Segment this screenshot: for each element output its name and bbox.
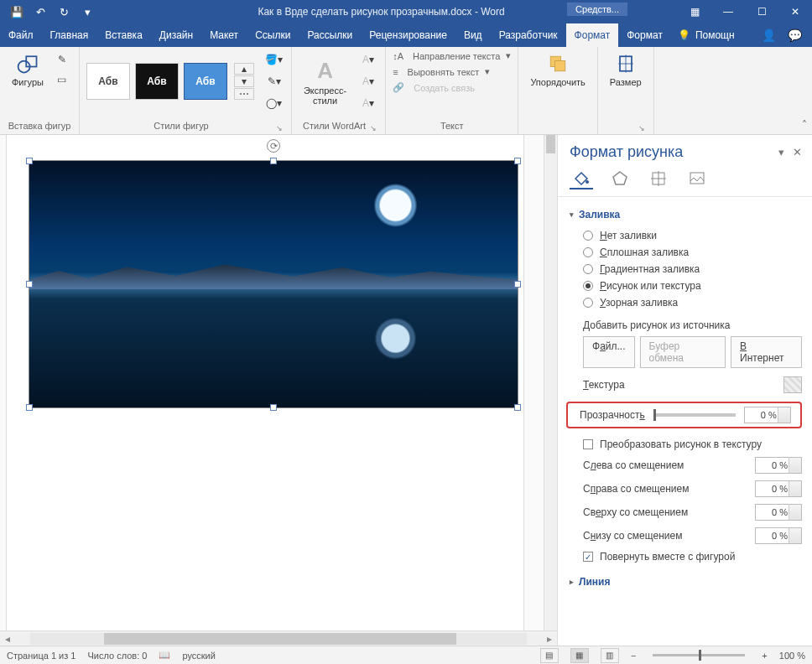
collapse-ribbon-button[interactable]: ˄ — [802, 119, 807, 131]
text-box-button[interactable]: ▭ — [52, 70, 72, 89]
comments-icon[interactable]: 💬 — [788, 29, 802, 42]
save-button[interactable]: 💾 — [7, 3, 27, 21]
offset-right-spinner[interactable]: 0 % — [755, 480, 802, 497]
vertical-scrollbar[interactable] — [544, 135, 557, 630]
scroll-right-arrow[interactable]: ▸ — [542, 633, 557, 645]
ribbon-display-options[interactable]: ▦ — [678, 0, 711, 23]
resize-handle-tm[interactable] — [270, 158, 277, 164]
minimize-button[interactable]: — — [711, 0, 745, 23]
zoom-out-button[interactable]: − — [631, 651, 636, 661]
pane-tab-layout[interactable] — [647, 168, 670, 189]
style-gallery-up[interactable]: ▴ — [234, 63, 254, 75]
resize-handle-br[interactable] — [514, 404, 521, 411]
wordart-styles-launcher[interactable]: ↘ — [370, 124, 378, 132]
style-gallery-more[interactable]: ⋯ — [234, 88, 254, 100]
spellcheck-icon[interactable]: 📖 — [159, 650, 170, 661]
text-fill-button[interactable]: A▾ — [358, 50, 378, 69]
insert-from-internet-button[interactable]: В Интернет — [731, 336, 802, 368]
tab-format-picture[interactable]: Формат — [618, 23, 671, 47]
maximize-button[interactable]: ☐ — [745, 0, 778, 23]
rotate-handle[interactable]: ⟳ — [267, 139, 280, 153]
insert-from-file-button[interactable]: Файл... — [583, 336, 635, 368]
resize-handle-mr[interactable] — [514, 281, 521, 288]
shapes-button[interactable]: Фигуры — [7, 50, 49, 89]
arrange-button[interactable]: Упорядочить — [525, 50, 590, 89]
tab-developer[interactable]: Разработчик — [491, 23, 566, 47]
tab-format-drawing[interactable]: Формат — [566, 23, 619, 47]
pane-tab-fill[interactable] — [570, 168, 593, 189]
selected-image[interactable]: ⟳ — [29, 160, 518, 408]
rotate-with-shape-row[interactable]: Повернуть вместе с фигурой — [568, 547, 802, 566]
close-button[interactable]: ✕ — [778, 0, 812, 23]
tab-mailings[interactable]: Рассылки — [299, 23, 361, 47]
size-launcher[interactable]: ↘ — [605, 124, 647, 132]
shape-style-1[interactable]: Абв — [86, 63, 130, 100]
view-web-layout[interactable]: ▥ — [601, 648, 619, 663]
shape-styles-launcher[interactable]: ↘ — [276, 124, 284, 132]
tab-references[interactable]: Ссылки — [247, 23, 299, 47]
zoom-slider[interactable] — [653, 654, 745, 656]
texture-picker[interactable] — [783, 376, 802, 393]
status-word-count[interactable]: Число слов: 0 — [87, 651, 147, 661]
resize-handle-ml[interactable] — [26, 281, 33, 288]
offset-bottom-spinner[interactable]: 0 % — [755, 527, 802, 544]
style-gallery-down[interactable]: ▾ — [234, 75, 254, 87]
scroll-left-arrow[interactable]: ◂ — [0, 633, 15, 645]
fill-option-none[interactable]: Нет заливки — [568, 227, 802, 244]
view-print-layout[interactable]: ▦ — [570, 648, 589, 663]
redo-button[interactable]: ↻ — [54, 3, 74, 21]
zoom-level[interactable]: 100 % — [779, 651, 805, 661]
fill-option-pattern[interactable]: Узорная заливка — [568, 294, 802, 311]
transparency-slider[interactable] — [653, 413, 736, 417]
tab-home[interactable]: Главная — [42, 23, 97, 47]
document-area[interactable]: ⟳ ◂ ▸ — [0, 135, 557, 646]
shape-effects-button[interactable]: ◯▾ — [264, 94, 284, 112]
offset-top-spinner[interactable]: 0 % — [755, 504, 802, 521]
insert-from-clipboard-button[interactable]: Буфер обмена — [640, 336, 726, 368]
text-outline-button[interactable]: A▾ — [358, 72, 378, 91]
tab-view[interactable]: Вид — [455, 23, 491, 47]
tab-insert[interactable]: Вставка — [96, 23, 151, 47]
scrollbar-thumb[interactable] — [546, 135, 555, 153]
resize-handle-bl[interactable] — [26, 404, 33, 411]
shape-fill-button[interactable]: 🪣▾ — [264, 50, 284, 69]
shape-style-2[interactable]: Абв — [135, 63, 179, 100]
status-page[interactable]: Страница 1 из 1 — [7, 651, 75, 661]
status-language[interactable]: русский — [182, 651, 215, 661]
pane-tab-picture[interactable] — [685, 168, 709, 189]
quick-styles-button[interactable]: A Экспресс- стили — [299, 56, 351, 107]
tab-design[interactable]: Дизайн — [151, 23, 201, 47]
section-line-header[interactable]: Линия — [570, 576, 802, 588]
share-icon[interactable]: 👤 — [762, 29, 776, 42]
fill-option-picture[interactable]: Рисунок или текстура — [568, 278, 802, 294]
resize-handle-bm[interactable] — [270, 404, 277, 411]
section-fill-header[interactable]: Заливка — [570, 209, 802, 220]
shape-outline-button[interactable]: ✎▾ — [264, 72, 284, 91]
pane-close-button[interactable]: ✕ — [793, 146, 802, 158]
fill-option-solid[interactable]: Сплошная заливка — [568, 244, 802, 261]
resize-handle-tr[interactable] — [514, 158, 521, 164]
pane-tab-effects[interactable] — [608, 168, 632, 189]
scrollbar-thumb[interactable] — [104, 633, 456, 645]
shape-style-3[interactable]: Абв — [184, 63, 227, 100]
align-text-button[interactable]: ≡ Выровнять текст ▾ — [393, 66, 511, 77]
zoom-in-button[interactable]: + — [762, 651, 767, 661]
create-link-button[interactable]: 🔗 Создать связь — [393, 82, 511, 93]
edit-shape-button[interactable]: ✎ — [52, 50, 72, 69]
tile-checkbox-row[interactable]: Преобразовать рисунок в текстуру — [568, 435, 802, 454]
transparency-spinner[interactable]: 0 % — [744, 407, 791, 423]
scrollbar-track[interactable] — [30, 633, 527, 645]
qat-customize[interactable]: ▾ — [77, 3, 97, 21]
text-effects-button[interactable]: A▾ — [358, 94, 378, 112]
tell-me[interactable]: 💡 Помощн — [671, 23, 742, 47]
view-read-mode[interactable]: ▤ — [540, 648, 559, 663]
text-direction-button[interactable]: ↕A Направление текста ▾ — [393, 50, 511, 61]
undo-button[interactable]: ↶ — [30, 3, 50, 21]
tab-review[interactable]: Рецензирование — [361, 23, 455, 47]
offset-left-spinner[interactable]: 0 % — [755, 457, 802, 474]
fill-option-gradient[interactable]: Градиентная заливка — [568, 261, 802, 278]
pane-options-button[interactable]: ▾ — [778, 146, 784, 158]
tab-file[interactable]: Файл — [0, 23, 42, 47]
tab-layout[interactable]: Макет — [201, 23, 247, 47]
size-button[interactable]: Размер — [605, 50, 647, 89]
